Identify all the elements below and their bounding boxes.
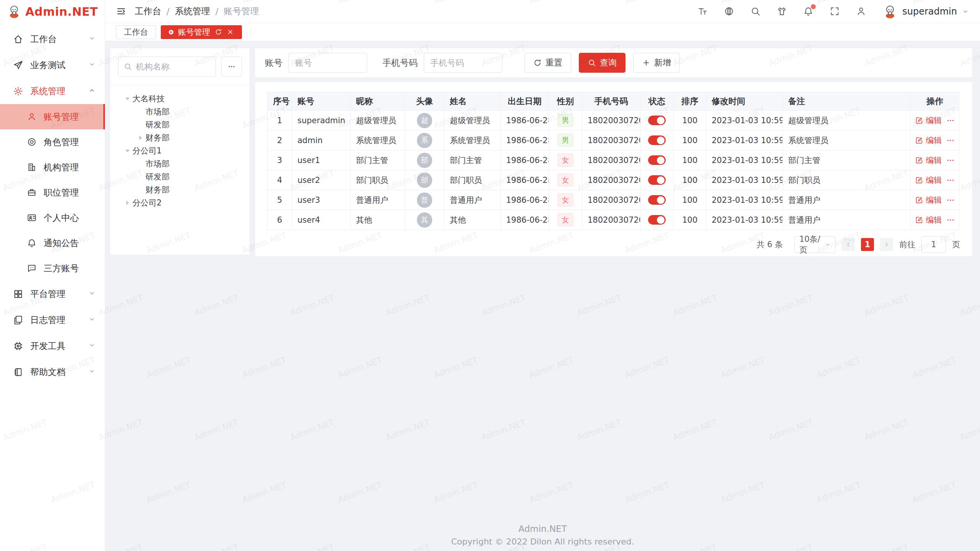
reset-button[interactable]: 重置 xyxy=(524,53,571,73)
status-toggle[interactable] xyxy=(648,135,666,145)
notification-icon[interactable] xyxy=(803,6,813,16)
search-icon[interactable] xyxy=(750,6,761,16)
sidebar-item-org-mgmt[interactable]: 机构管理 xyxy=(0,155,105,180)
tree-node[interactable]: 财务部 xyxy=(118,131,242,144)
row-more-button[interactable] xyxy=(946,176,955,185)
tree-node[interactable]: 分公司1 xyxy=(118,144,242,157)
sidebar-item-business-test[interactable]: 业务测试 xyxy=(0,52,105,78)
tree-node[interactable]: 财务部 xyxy=(118,183,242,196)
prev-page-button[interactable] xyxy=(842,238,855,251)
sidebar-item-role-mgmt[interactable]: 角色管理 xyxy=(0,129,105,155)
collapse-menu-icon[interactable] xyxy=(116,6,126,16)
fullscreen-icon[interactable] xyxy=(830,6,840,16)
tree-node[interactable]: 市场部 xyxy=(118,105,242,118)
row-more-button[interactable] xyxy=(946,215,955,225)
account-input[interactable] xyxy=(289,53,367,73)
chevron-down-icon xyxy=(88,341,96,351)
sidebar-item-position-mgmt[interactable]: 职位管理 xyxy=(0,180,105,205)
row-more-button[interactable] xyxy=(946,136,955,145)
language-icon[interactable] xyxy=(724,6,734,16)
cell-birth: 1986-06-28 xyxy=(506,136,549,145)
status-toggle[interactable] xyxy=(648,215,666,225)
active-dot-icon xyxy=(169,30,173,34)
column-header: 账号 xyxy=(292,92,351,111)
tree-node[interactable]: 市场部 xyxy=(118,157,242,170)
cell-modified: 2023-01-03 10:59:44 xyxy=(712,176,783,185)
add-button[interactable]: 新增 xyxy=(633,53,680,73)
sidebar-item-dev-tools[interactable]: 开发工具 xyxy=(0,333,105,359)
table-row: 6user4其他其其他1986-06-28女180200307201002023… xyxy=(268,210,959,230)
breadcrumb-item[interactable]: 工作台 xyxy=(135,5,161,17)
edit-button[interactable]: 编辑 xyxy=(915,135,942,146)
tab-account-mgmt[interactable]: 账号管理 xyxy=(161,25,242,39)
query-button[interactable]: 查询 xyxy=(579,53,626,73)
tree-expand-icon[interactable] xyxy=(125,98,130,100)
cell-modified: 2023-01-03 10:59:44 xyxy=(712,136,783,145)
sidebar-item-platform-mgmt[interactable]: 平台管理 xyxy=(0,281,105,307)
next-page-button[interactable] xyxy=(880,238,893,251)
breadcrumb-item[interactable]: 系统管理 xyxy=(175,5,210,17)
chevron-down-icon xyxy=(962,8,969,15)
column-header: 出生日期 xyxy=(501,92,549,111)
row-more-button[interactable] xyxy=(946,196,955,205)
tree-node[interactable]: 分公司2 xyxy=(118,196,242,209)
cell-account: user4 xyxy=(297,215,320,225)
tab-workbench[interactable]: 工作台 xyxy=(116,25,156,39)
logo[interactable]: Admin.NET xyxy=(0,0,105,23)
sidebar-item-log-mgmt[interactable]: 日志管理 xyxy=(0,307,105,333)
cell-birth: 1986-06-28 xyxy=(506,156,549,165)
org-tree: 大名科技市场部研发部财务部分公司1市场部研发部财务部分公司2 xyxy=(118,92,242,209)
tree-more-button[interactable] xyxy=(221,57,242,77)
tree-node[interactable]: 研发部 xyxy=(118,118,242,131)
edit-button[interactable]: 编辑 xyxy=(915,215,942,225)
tree-collapse-icon[interactable] xyxy=(126,201,129,205)
avatar: 超 xyxy=(417,113,432,128)
sidebar-item-label: 日志管理 xyxy=(30,314,65,326)
status-toggle[interactable] xyxy=(648,175,666,185)
sidebar-item-notice[interactable]: 通知公告 xyxy=(0,230,105,256)
cell-phone: 18020030720 xyxy=(588,116,640,125)
sidebar-item-account-mgmt[interactable]: 账号管理 xyxy=(0,104,105,129)
topbar: 工作台 / 系统管理 / 账号管理 xyxy=(105,0,980,23)
edit-button[interactable]: 编辑 xyxy=(915,115,942,126)
status-toggle[interactable] xyxy=(648,195,666,205)
cell-birth: 1986-06-28 xyxy=(506,116,549,125)
cell-remark: 超级管理员 xyxy=(788,116,828,125)
tree-node[interactable]: 大名科技 xyxy=(118,92,242,105)
sidebar-item-system-mgmt[interactable]: 系统管理 xyxy=(0,78,105,104)
sidebar-item-third-party-account[interactable]: 三方账号 xyxy=(0,256,105,281)
search-icon xyxy=(124,62,132,71)
edit-icon xyxy=(915,176,923,184)
tree-expand-icon[interactable] xyxy=(125,150,130,152)
close-tab-icon[interactable] xyxy=(227,28,234,36)
sidebar-item-personal-center[interactable]: 个人中心 xyxy=(0,205,105,230)
edit-button[interactable]: 编辑 xyxy=(915,155,942,166)
edit-button[interactable]: 编辑 xyxy=(915,195,942,205)
footer-title: Admin.NET xyxy=(105,524,980,534)
tree-collapse-icon[interactable] xyxy=(139,135,142,140)
pagination: 共 6 条 10条/页 1 前往 xyxy=(267,236,960,253)
phone-input[interactable] xyxy=(424,53,502,73)
cell-remark: 部门主管 xyxy=(788,156,820,165)
status-toggle[interactable] xyxy=(648,116,666,125)
refresh-tab-icon[interactable] xyxy=(215,28,222,36)
org-search-input[interactable] xyxy=(136,62,210,72)
user-menu[interactable]: superadmin xyxy=(882,4,969,19)
edit-icon xyxy=(915,136,923,145)
chevron-down-icon xyxy=(88,34,96,44)
user-icon[interactable] xyxy=(856,6,866,16)
edit-button[interactable]: 编辑 xyxy=(915,175,942,186)
page-number-1[interactable]: 1 xyxy=(861,238,874,251)
column-header: 修改时间 xyxy=(706,92,783,111)
goto-page-input[interactable] xyxy=(921,236,946,253)
sidebar-item-help-docs[interactable]: 帮助文档 xyxy=(0,359,105,385)
tree-node[interactable]: 研发部 xyxy=(118,170,242,183)
page-size-select[interactable]: 10条/页 xyxy=(794,236,836,253)
status-toggle[interactable] xyxy=(648,155,666,165)
sidebar-item-workbench[interactable]: 工作台 xyxy=(0,26,105,52)
font-size-icon[interactable] xyxy=(697,6,708,16)
theme-icon[interactable] xyxy=(777,6,787,16)
row-more-button[interactable] xyxy=(946,156,955,165)
row-more-button[interactable] xyxy=(946,116,955,125)
gear-icon xyxy=(13,86,23,96)
